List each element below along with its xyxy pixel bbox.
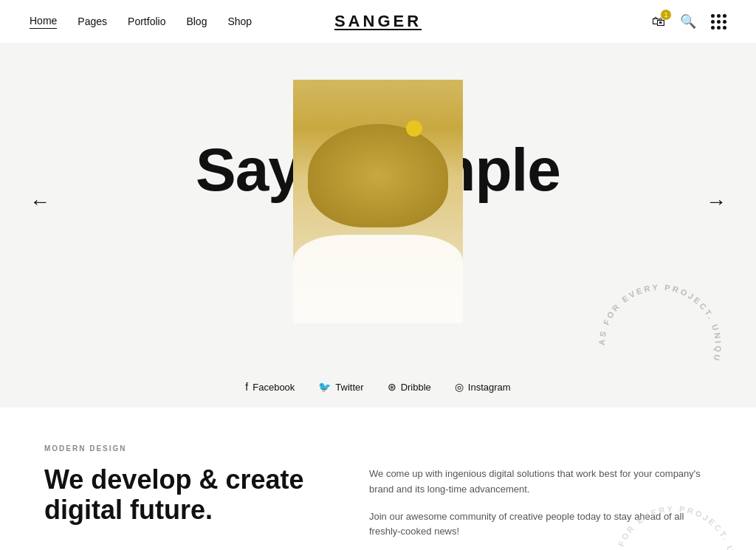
dribble-icon: ⊛ <box>388 381 396 393</box>
nav-links: Home Pages Portfolio Blog Shop <box>30 15 252 29</box>
facebook-link[interactable]: f Facebook <box>245 381 295 393</box>
twitter-link[interactable]: 🐦 Twitter <box>318 381 363 393</box>
dribble-link[interactable]: ⊛ Dribble <box>388 381 431 393</box>
nav-shop[interactable]: Shop <box>227 16 252 27</box>
bottom-circular-stamp: AS FOR EVERY PROJECT. UNIQUE • <box>601 493 749 550</box>
nav-home[interactable]: Home <box>30 15 57 29</box>
hero-image <box>293 80 463 323</box>
search-icon: 🔍 <box>680 14 696 29</box>
site-logo[interactable]: SANGER <box>334 12 422 31</box>
menu-button[interactable] <box>711 14 726 30</box>
svg-text:AS FOR EVERY PROJECT. UNIQUE •: AS FOR EVERY PROJECT. UNIQUE • <box>597 283 723 360</box>
cart-button[interactable]: 🛍 1 <box>652 14 665 30</box>
nav-pages[interactable]: Pages <box>78 16 107 27</box>
grid-icon <box>711 14 726 30</box>
facebook-icon: f <box>245 381 248 393</box>
nav-actions: 🛍 1 🔍 <box>652 13 726 30</box>
instagram-link[interactable]: ◎ Instagram <box>455 381 511 393</box>
prev-arrow[interactable]: ← <box>30 190 50 213</box>
shirt-area <box>293 235 463 323</box>
bottom-section: MODERN DESIGN We develop & create digita… <box>0 408 756 550</box>
tag-label: MODERN DESIGN <box>44 444 325 453</box>
social-bar: f Facebook 🐦 Twitter ⊛ Dribble ◎ Instagr… <box>0 360 756 408</box>
search-button[interactable]: 🔍 <box>680 13 696 30</box>
hero-section: Say a Simple Hello! ← → AS FOR EVERY PRO… <box>0 43 756 360</box>
nav-portfolio[interactable]: Portfolio <box>128 16 165 27</box>
svg-text:AS FOR EVERY PROJECT. UNIQUE •: AS FOR EVERY PROJECT. UNIQUE • <box>612 504 738 550</box>
twitter-icon: 🐦 <box>318 381 331 393</box>
bottom-headline: We develop & create digital future. <box>44 464 325 526</box>
next-arrow[interactable]: → <box>706 190 726 213</box>
bottom-left: MODERN DESIGN We develop & create digita… <box>44 444 325 550</box>
cart-badge: 1 <box>661 10 671 20</box>
yellow-dot <box>406 120 422 137</box>
circular-stamp: AS FOR EVERY PROJECT. UNIQUE • <box>586 272 734 360</box>
arrow-left-icon: ← <box>30 190 50 213</box>
nav-blog[interactable]: Blog <box>186 16 207 27</box>
main-nav: Home Pages Portfolio Blog Shop SANGER 🛍 … <box>0 0 756 43</box>
instagram-icon: ◎ <box>455 381 464 393</box>
arrow-right-icon: → <box>706 190 726 213</box>
